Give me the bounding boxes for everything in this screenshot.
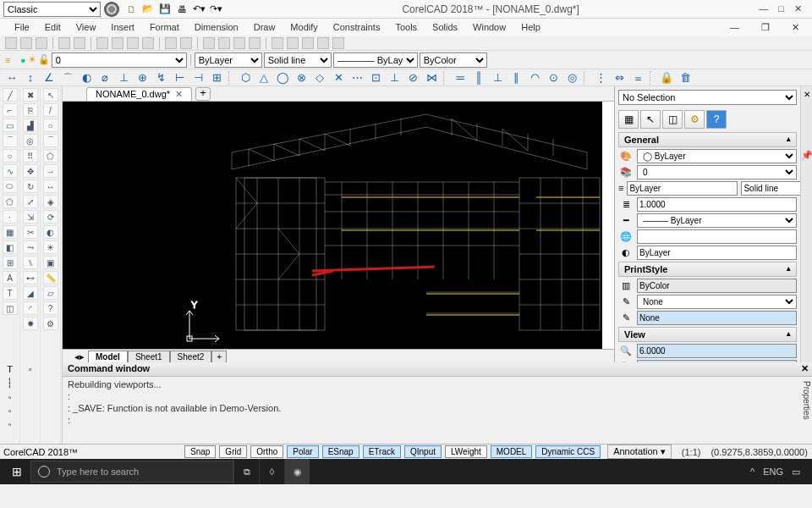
- spline-tool-icon[interactable]: ∿: [3, 164, 18, 178]
- menu-window[interactable]: Window: [465, 22, 513, 32]
- menu-format[interactable]: Format: [142, 22, 187, 32]
- mtext-tool-icon[interactable]: T: [3, 286, 18, 300]
- extra4-icon[interactable]: ◦: [29, 364, 32, 374]
- dim-linear-icon[interactable]: ↔: [5, 71, 19, 85]
- menu-help[interactable]: Help: [513, 22, 548, 32]
- zoom-window-icon[interactable]: [233, 37, 245, 49]
- break-tool-icon[interactable]: ⑊: [23, 256, 38, 269]
- fillet-tool-icon[interactable]: ◜: [23, 301, 38, 315]
- constraint-coinc-icon[interactable]: ⊙: [546, 71, 560, 85]
- design-center-icon[interactable]: [287, 37, 299, 49]
- move-tool-icon[interactable]: ✥: [23, 164, 38, 178]
- print-icon[interactable]: 🖶: [175, 3, 189, 16]
- point-tool-icon[interactable]: ·: [3, 210, 18, 224]
- status-etrack[interactable]: ETrack: [363, 445, 401, 458]
- scale-tool-icon[interactable]: ⤢: [23, 195, 38, 208]
- command-window-header[interactable]: Command window ✕: [63, 362, 812, 377]
- toggle-icon[interactable]: ⚙: [684, 110, 705, 129]
- status-ortho[interactable]: Ortho: [250, 445, 283, 458]
- select-tool-icon[interactable]: ↖: [43, 88, 58, 102]
- view3d-tool-icon[interactable]: ◈: [43, 195, 58, 208]
- section-view[interactable]: View▴: [618, 327, 797, 342]
- layer-on-icon[interactable]: ●: [20, 55, 26, 65]
- stretch-tool-icon[interactable]: ⇲: [23, 210, 38, 224]
- open-icon[interactable]: 📂: [141, 3, 155, 16]
- snap-tan-icon[interactable]: ⊘: [406, 71, 420, 85]
- ellipse-tool-icon[interactable]: ⬭: [3, 179, 18, 193]
- dim-radius-icon[interactable]: ◐: [80, 71, 93, 85]
- polygon-tool-icon[interactable]: ⬠: [3, 195, 18, 208]
- extend-tool-icon[interactable]: ⤳: [23, 240, 38, 254]
- snap-quad-icon[interactable]: ◇: [313, 71, 326, 85]
- drawing-canvas[interactable]: Y: [63, 102, 602, 349]
- doc-close-button[interactable]: ✕: [784, 22, 807, 33]
- xline-tool-icon[interactable]: ↔: [43, 179, 58, 193]
- dim-ordinate-icon[interactable]: ⊥: [117, 71, 130, 85]
- status-grid[interactable]: Grid: [219, 445, 247, 458]
- app1-icon[interactable]: ◊: [259, 459, 284, 484]
- layer-lock-icon[interactable]: 🔓: [38, 54, 50, 65]
- new-icon[interactable]: 🗋: [124, 3, 138, 16]
- extra2-icon[interactable]: ◦: [8, 406, 12, 416]
- status-model[interactable]: MODEL: [491, 445, 533, 458]
- selectobj-icon[interactable]: ↖: [640, 110, 661, 129]
- table-tool-icon[interactable]: ⊞: [3, 256, 18, 269]
- status-snap[interactable]: Snap: [184, 445, 216, 458]
- workspace-selector[interactable]: Classic: [3, 2, 101, 17]
- taskview-icon[interactable]: ⧉: [233, 459, 259, 484]
- annotation-dropdown[interactable]: Annotation ▾: [607, 444, 672, 459]
- linestyle-field-b[interactable]: [741, 181, 800, 196]
- snap-mid-icon[interactable]: △: [257, 71, 271, 85]
- markup-icon[interactable]: [317, 37, 329, 49]
- menu-file[interactable]: File: [7, 22, 37, 32]
- undo-icon[interactable]: [165, 37, 177, 49]
- constraint-col-icon[interactable]: ⋮: [594, 71, 607, 85]
- measure-tool-icon[interactable]: 📏: [43, 271, 58, 284]
- mirror-tool-icon[interactable]: ▟: [23, 119, 38, 132]
- constraint-h-icon[interactable]: ═: [453, 71, 467, 85]
- material-tool-icon[interactable]: ▣: [43, 256, 58, 269]
- rotate-tool-icon[interactable]: ↻: [23, 179, 38, 193]
- constraint-sym-icon[interactable]: ⇔: [612, 71, 626, 85]
- panel-pin-icon[interactable]: 📌: [801, 150, 813, 161]
- paste-icon[interactable]: [127, 37, 139, 49]
- constraint-v-icon[interactable]: ║: [472, 71, 486, 85]
- chamfer-tool-icon[interactable]: ◢: [23, 286, 38, 300]
- new-tab-button[interactable]: +: [195, 87, 211, 101]
- copy-tool-icon[interactable]: ⎘: [23, 103, 38, 117]
- close-tab-icon[interactable]: ✕: [175, 89, 183, 100]
- tool-palette-icon[interactable]: [302, 37, 314, 49]
- line2-tool-icon[interactable]: /: [43, 103, 58, 117]
- layer-manager-icon[interactable]: ≡: [5, 55, 19, 65]
- weight-field[interactable]: ——— ByLayer: [637, 213, 797, 228]
- quickcalc-icon[interactable]: [332, 37, 344, 49]
- snap-node-icon[interactable]: ⊗: [294, 71, 308, 85]
- section-printstyle[interactable]: PrintStyle▴: [618, 262, 797, 277]
- save-file-icon[interactable]: [36, 37, 47, 49]
- constraint-conc-icon[interactable]: ◎: [565, 71, 579, 85]
- explode-tool-icon[interactable]: ✸: [23, 317, 38, 330]
- linecolor-selector[interactable]: ByLayer: [195, 52, 262, 68]
- redo-icon[interactable]: [180, 37, 192, 49]
- line-tool-icon[interactable]: ╱: [3, 88, 18, 102]
- snap-ext-icon[interactable]: ⋯: [350, 71, 364, 85]
- tray-up-icon[interactable]: ^: [750, 467, 754, 477]
- undo-icon[interactable]: ↶▾: [192, 3, 206, 16]
- zoom-icon[interactable]: [218, 37, 230, 49]
- linestyle-field-a[interactable]: [627, 181, 738, 196]
- circle2-tool-icon[interactable]: ○: [43, 119, 58, 132]
- offset-tool-icon[interactable]: ◎: [23, 134, 38, 147]
- pan-icon[interactable]: [203, 37, 215, 49]
- status-dynccs[interactable]: Dynamic CCS: [535, 445, 601, 458]
- menu-draw[interactable]: Draw: [246, 22, 283, 32]
- layer-freeze-icon[interactable]: ☀: [28, 54, 36, 65]
- ray-tool-icon[interactable]: →: [43, 164, 58, 178]
- divider-icon[interactable]: ┆: [7, 378, 13, 389]
- dim-continue-icon[interactable]: ⊣: [191, 71, 205, 85]
- doc-restore-button[interactable]: ❐: [754, 22, 777, 33]
- document-tab[interactable]: NONAME_0.dwg* ✕: [86, 87, 192, 101]
- pickadd-icon[interactable]: ◫: [662, 110, 683, 129]
- dim-jogged-icon[interactable]: ↯: [154, 71, 167, 85]
- properties-icon[interactable]: [272, 37, 283, 49]
- corelcad-taskbar-icon[interactable]: ◉: [284, 459, 310, 484]
